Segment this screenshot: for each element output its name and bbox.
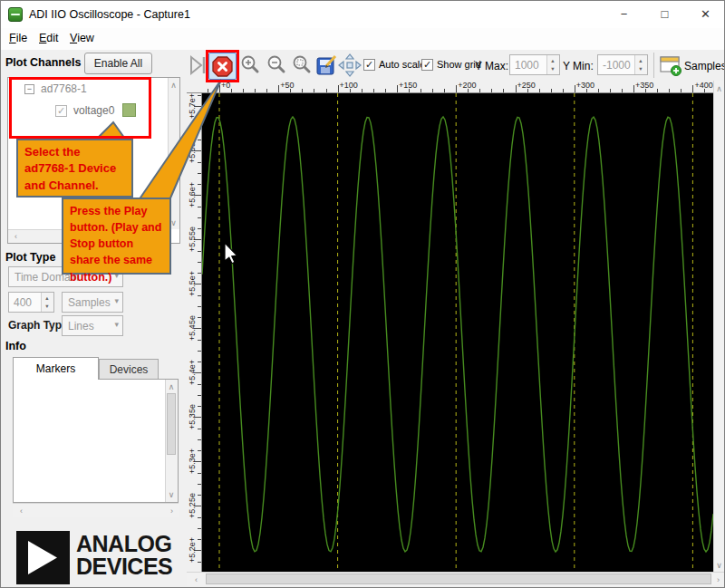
zoom-in-icon[interactable] <box>239 53 261 77</box>
y-tick-label: +5.45e <box>188 310 197 346</box>
y-tick-label: +5.35e <box>188 399 197 435</box>
show-grid-checkbox[interactable]: ✓ <box>421 59 433 71</box>
markers-scroll-up-icon[interactable]: ∧ <box>165 382 178 391</box>
y-minor-tick <box>198 273 201 274</box>
x-minor-tick <box>362 89 362 92</box>
app-icon <box>8 7 23 22</box>
minimize-button[interactable]: − <box>604 1 644 28</box>
tab-markers[interactable]: Markers <box>13 357 99 380</box>
y-minor-tick <box>198 140 201 140</box>
x-tick <box>219 85 220 92</box>
pan-move-icon[interactable] <box>338 53 360 77</box>
markers-scroll-left-icon[interactable]: ‹ <box>15 506 27 516</box>
y-minor-tick <box>198 473 201 474</box>
y-minor-tick <box>198 517 201 518</box>
y-minor-tick <box>198 262 201 263</box>
new-samples-window-icon[interactable] <box>659 53 681 77</box>
tab-devices[interactable]: Devices <box>99 359 159 380</box>
y-tick-label: +5.6e+ <box>188 177 197 213</box>
y-min-stepper[interactable]: -1000 ▴▾ <box>597 54 648 75</box>
plot-scroll-left-icon[interactable]: ‹ <box>190 575 202 584</box>
x-tick <box>278 85 279 92</box>
maximize-button[interactable]: □ <box>644 1 685 28</box>
y-min-value: -1000 <box>603 59 631 72</box>
y-minor-tick <box>198 450 201 451</box>
close-button[interactable]: ✕ <box>685 1 725 28</box>
y-minor-tick <box>198 207 201 207</box>
tree-scroll-left-icon[interactable]: ‹ <box>10 232 22 241</box>
x-minor-tick <box>255 89 256 92</box>
spin-down-icon: ▾ <box>635 65 646 72</box>
stepper-arrows[interactable]: ▴▾ <box>41 293 53 312</box>
zoom-fit-icon[interactable] <box>291 53 313 77</box>
y-tick-label: +5.5e+ <box>188 265 197 302</box>
zoom-out-icon[interactable] <box>266 53 287 77</box>
callout-press-play: Press the Play button. (Play and Stop bu… <box>62 198 171 275</box>
auto-scale-checkbox[interactable]: ✓ <box>363 59 375 71</box>
tree-scroll-up-icon[interactable]: ∧ <box>168 81 179 90</box>
x-minor-tick <box>681 89 682 92</box>
y-minor-tick <box>198 528 201 529</box>
y-minor-tick <box>198 351 201 352</box>
spin-up-icon: ▴ <box>42 294 53 302</box>
x-minor-tick <box>551 89 552 92</box>
stepper-arrows[interactable]: ▴▾ <box>634 55 647 74</box>
stepper-arrows[interactable]: ▴▾ <box>546 55 559 74</box>
sample-count-stepper[interactable]: 400 ▴▾ <box>8 292 54 313</box>
y-minor-tick <box>198 251 201 252</box>
y-minor-tick <box>198 439 201 440</box>
plot-vscrollbar[interactable] <box>713 81 725 572</box>
enable-all-button[interactable]: Enable All <box>84 53 152 74</box>
plot-scroll-down-icon[interactable]: ∨ <box>713 561 725 570</box>
x-tick <box>575 85 575 92</box>
x-minor-tick <box>479 89 480 92</box>
graph-type-select[interactable]: Lines ▾ <box>62 315 123 336</box>
y-minor-tick <box>198 429 201 429</box>
plot-type-heading: Plot Type <box>5 251 55 264</box>
adi-logo-line1: ANALOG <box>76 533 172 555</box>
y-min-label: Y Min: <box>563 60 594 72</box>
app-window: ADI IIO Oscilloscope - Capture1 − □ ✕ Fi… <box>0 0 725 588</box>
plot-scroll-right-icon[interactable]: › <box>712 575 724 584</box>
x-minor-tick <box>468 89 469 92</box>
samples-button-label[interactable]: Samples <box>684 60 725 72</box>
x-tick <box>516 85 517 92</box>
plot-scroll-up-icon[interactable]: ∧ <box>713 84 725 93</box>
callout-select-channel: Select the ad7768-1 Device and Channel. <box>16 139 133 198</box>
y-max-stepper[interactable]: 1000 ▴▾ <box>509 54 560 75</box>
y-ruler: +5.7e++5.65e+5.6e++5.55e+5.5e++5.45e+5.4… <box>187 93 202 572</box>
y-minor-tick <box>198 217 201 218</box>
y-tick-label: +5.3e+ <box>188 443 197 479</box>
x-minor-tick <box>503 89 504 92</box>
spin-up-icon: ▴ <box>547 57 558 64</box>
markers-scroll-down-icon[interactable]: ∨ <box>165 490 178 499</box>
y-minor-tick <box>198 406 201 407</box>
x-tick <box>456 85 457 92</box>
y-minor-tick <box>198 484 201 485</box>
adi-logo-line2: DEVICES <box>76 555 172 578</box>
x-tick-label: +50 <box>280 81 294 90</box>
info-heading: Info <box>5 340 26 352</box>
y-minor-tick <box>198 340 201 341</box>
sample-unit-select[interactable]: Samples ▾ <box>62 292 123 313</box>
menu-view[interactable]: View <box>70 32 94 44</box>
markers-textarea[interactable] <box>13 379 179 503</box>
save-icon[interactable] <box>315 53 337 77</box>
markers-scroll-right-icon[interactable]: › <box>166 506 178 516</box>
x-minor-tick <box>704 89 705 92</box>
menu-edit[interactable]: Edit <box>39 32 59 44</box>
plot-hscroll-thumb[interactable] <box>206 574 711 584</box>
x-tick <box>633 85 634 92</box>
menu-file[interactable]: File <box>9 32 27 44</box>
x-minor-tick <box>243 89 244 92</box>
y-minor-tick <box>198 228 201 229</box>
y-minor-tick <box>198 118 201 119</box>
markers-hscrollbar[interactable] <box>13 503 179 517</box>
plot-canvas[interactable] <box>202 93 713 572</box>
markers-scroll-thumb[interactable] <box>167 393 176 455</box>
x-minor-tick <box>290 89 291 92</box>
x-minor-tick <box>350 89 351 92</box>
x-minor-tick <box>598 89 599 92</box>
y-minor-tick <box>198 361 201 362</box>
x-minor-tick <box>444 89 445 92</box>
